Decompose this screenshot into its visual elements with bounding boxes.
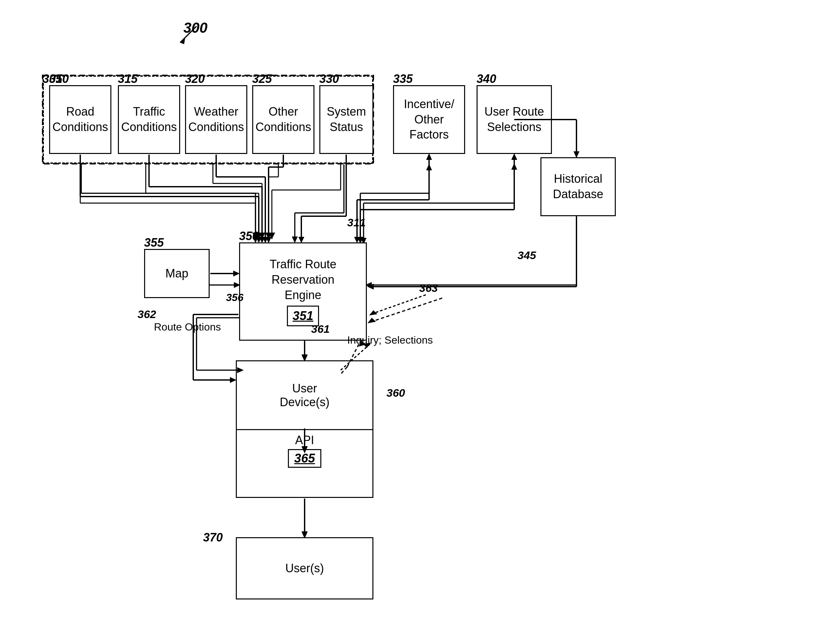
- label-356: 356: [226, 292, 243, 304]
- box-user-route-selections: User Route Selections: [477, 85, 552, 154]
- label-360: 360: [386, 387, 405, 399]
- svg-marker-118: [302, 531, 307, 538]
- box-historical-database: Historical Database: [541, 157, 616, 216]
- label-351-inside: 351: [293, 309, 313, 323]
- box-360-outer: User Device(s) API 365: [236, 360, 374, 498]
- svg-marker-34: [511, 163, 517, 170]
- label-320: 320: [185, 72, 205, 86]
- svg-marker-105: [302, 354, 307, 361]
- svg-marker-103: [233, 271, 240, 276]
- label-362: 362: [137, 308, 156, 321]
- box-weather-conditions: Weather Conditions: [185, 85, 247, 154]
- box-system-status: System Status: [319, 85, 374, 154]
- box-road-conditions: Road Conditions: [49, 85, 111, 154]
- svg-marker-114: [367, 318, 376, 323]
- svg-marker-20: [269, 232, 275, 239]
- label-355: 355: [144, 236, 164, 249]
- svg-marker-89: [426, 153, 432, 160]
- api-label-text: API: [240, 433, 369, 447]
- box-incentive-factors: Incentive/ Other Factors: [393, 85, 465, 154]
- svg-line-53: [370, 295, 426, 314]
- label-370: 370: [203, 531, 223, 545]
- svg-marker-12: [259, 232, 265, 239]
- svg-marker-97: [574, 152, 579, 158]
- box-traffic-route-engine: Traffic Route Reservation Engine 351: [239, 242, 367, 341]
- svg-line-63: [180, 26, 197, 43]
- arrow-300: [170, 23, 210, 49]
- box-other-conditions: Other Conditions: [252, 85, 314, 154]
- label-345: 345: [517, 249, 536, 262]
- svg-marker-94: [511, 153, 517, 160]
- diagram: 300 305 Road Conditions 310 Traffic Cond…: [0, 0, 829, 644]
- label-361: 361: [311, 323, 330, 335]
- label-340: 340: [477, 72, 496, 86]
- svg-line-113: [369, 298, 442, 323]
- label-inquiry-selections: Inquiry; Selections: [347, 334, 433, 346]
- label-311: 311: [347, 216, 366, 229]
- svg-marker-101: [367, 284, 374, 290]
- label-363: 363: [419, 282, 438, 295]
- label-335: 335: [393, 72, 413, 86]
- label-350: 350: [239, 229, 259, 243]
- svg-marker-29: [426, 164, 432, 170]
- label-315: 315: [118, 72, 137, 86]
- label-325: 325: [252, 72, 272, 86]
- label-330: 330: [319, 72, 339, 86]
- box-traffic-conditions: Traffic Conditions: [118, 85, 180, 154]
- svg-marker-62: [292, 237, 298, 243]
- label-route-options: Route Options: [154, 321, 221, 333]
- label-365-inside: 365: [294, 451, 315, 465]
- label-310: 310: [49, 72, 69, 86]
- svg-marker-54: [369, 310, 377, 316]
- svg-marker-109: [230, 377, 236, 383]
- box-map: Map: [144, 249, 210, 298]
- box-users: User(s): [236, 537, 374, 600]
- svg-marker-16: [265, 232, 272, 239]
